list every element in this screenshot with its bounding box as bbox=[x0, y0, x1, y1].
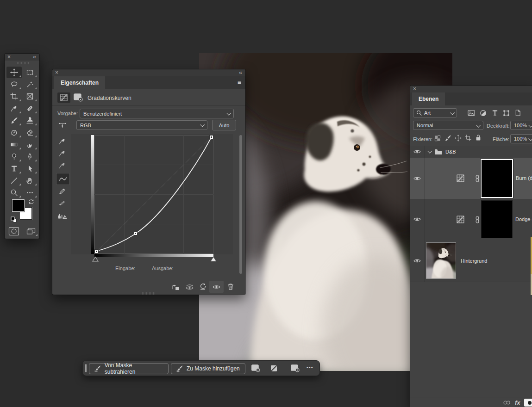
tool-quick-selection[interactable] bbox=[22, 79, 38, 90]
shadow-input-slider[interactable] bbox=[92, 256, 99, 262]
mask-link-icon[interactable] bbox=[475, 175, 480, 182]
fill-input[interactable]: 100% bbox=[510, 134, 532, 143]
smooth-curve-icon[interactable] bbox=[58, 199, 66, 207]
tool-lasso[interactable] bbox=[6, 79, 22, 90]
tool-gradient[interactable] bbox=[6, 139, 22, 150]
layer-thumbnail[interactable] bbox=[426, 242, 456, 279]
filter-pixel-layers-icon[interactable] bbox=[468, 110, 475, 116]
filter-smart-objects-icon[interactable] bbox=[515, 109, 521, 117]
tool-brush[interactable] bbox=[6, 115, 22, 126]
frame-icon bbox=[26, 92, 34, 100]
lock-transparency-icon[interactable] bbox=[434, 135, 441, 142]
disable-mask-icon[interactable] bbox=[270, 364, 278, 372]
mask-overlay-icon[interactable] bbox=[251, 364, 261, 372]
opacity-input[interactable]: 100% bbox=[510, 121, 532, 130]
lock-all-icon[interactable] bbox=[475, 134, 482, 141]
collapse-icon[interactable]: « bbox=[239, 69, 242, 76]
tool-rectangular-marquee[interactable] bbox=[22, 67, 38, 78]
add-mask-button[interactable] bbox=[524, 399, 532, 407]
layer-row-burn[interactable]: Burn (d bbox=[410, 158, 532, 199]
blend-mode-select[interactable]: Normal bbox=[413, 121, 483, 130]
screen-mode-button[interactable] bbox=[23, 226, 38, 237]
layer-style-button[interactable]: fx bbox=[515, 399, 520, 406]
layers-header[interactable]: × bbox=[410, 86, 532, 92]
foreground-color-swatch[interactable] bbox=[12, 199, 25, 212]
close-icon[interactable]: × bbox=[7, 54, 11, 61]
tool-eyedropper[interactable] bbox=[6, 103, 22, 114]
tool-path-selection[interactable] bbox=[22, 163, 38, 174]
tool-more-tools[interactable] bbox=[22, 187, 38, 198]
swap-colors-icon[interactable] bbox=[28, 198, 35, 205]
mask-properties-icon[interactable] bbox=[73, 93, 83, 102]
tool-history-brush[interactable] bbox=[6, 127, 22, 138]
more-options-icon[interactable]: ••• bbox=[307, 364, 313, 370]
task-bar-grip[interactable] bbox=[85, 364, 87, 372]
clip-to-layer-icon[interactable] bbox=[171, 283, 180, 291]
tool-move[interactable] bbox=[6, 67, 22, 78]
filter-adjustment-layers-icon[interactable] bbox=[480, 110, 487, 117]
panel-menu-icon[interactable]: ≡ bbox=[238, 79, 241, 86]
panel-resize-grip[interactable] bbox=[142, 292, 155, 295]
gray-point-eyedropper[interactable] bbox=[58, 149, 66, 157]
tab-ebenen[interactable]: Ebenen bbox=[412, 92, 445, 105]
layer-mask-thumbnail[interactable] bbox=[481, 159, 513, 198]
auto-button[interactable]: Auto bbox=[212, 120, 236, 130]
channel-select[interactable]: RGB bbox=[76, 120, 207, 130]
layer-row-hintergrund[interactable]: Hintergrund bbox=[410, 240, 532, 282]
visibility-toggle[interactable] bbox=[410, 158, 425, 199]
close-icon[interactable]: × bbox=[55, 69, 58, 76]
layer-group-row[interactable]: D&B bbox=[410, 146, 532, 158]
link-layers-icon[interactable] bbox=[503, 400, 511, 406]
visibility-toggle[interactable] bbox=[410, 146, 425, 158]
subtract-from-mask-button[interactable]: Von Maske subtrahieren bbox=[89, 363, 169, 374]
tab-eigenschaften[interactable]: Eigenschaften bbox=[54, 76, 105, 89]
tool-hand[interactable] bbox=[22, 175, 38, 186]
toggle-visibility-button[interactable] bbox=[209, 281, 224, 293]
visibility-toggle[interactable] bbox=[410, 199, 425, 240]
mask-link-icon[interactable] bbox=[475, 216, 480, 223]
targeted-adjustment-icon[interactable] bbox=[58, 121, 67, 129]
layer-row-dodge[interactable]: Dodge ( bbox=[410, 199, 532, 240]
quick-mask-button[interactable] bbox=[8, 227, 19, 236]
collapse-icon[interactable]: « bbox=[33, 54, 36, 60]
tool-healing-brush[interactable] bbox=[22, 103, 38, 114]
reset-adjustment-icon[interactable] bbox=[199, 283, 207, 291]
tool-pen[interactable] bbox=[22, 151, 38, 162]
visibility-toggle[interactable] bbox=[410, 240, 425, 282]
chevron-down-icon[interactable] bbox=[427, 149, 432, 154]
tool-eraser[interactable] bbox=[22, 127, 38, 138]
scrollbar[interactable] bbox=[239, 135, 242, 274]
curve-grid[interactable] bbox=[94, 135, 213, 254]
filter-type-layers-icon[interactable] bbox=[492, 110, 498, 116]
tool-clone-stamp[interactable] bbox=[22, 115, 38, 126]
filter-type-select[interactable]: Art bbox=[413, 108, 457, 117]
mask-options-icon[interactable] bbox=[290, 364, 300, 372]
add-to-mask-button[interactable]: Zu Maske hinzufügen bbox=[171, 363, 245, 374]
tool-smudge[interactable] bbox=[22, 139, 38, 150]
highlight-input-slider[interactable] bbox=[210, 256, 217, 262]
close-icon[interactable]: × bbox=[413, 86, 416, 92]
delete-adjustment-icon[interactable] bbox=[226, 283, 235, 291]
black-point-eyedropper[interactable] bbox=[58, 137, 66, 145]
tool-dodge[interactable] bbox=[6, 151, 22, 162]
tool-frame[interactable] bbox=[22, 91, 38, 102]
filter-shape-layers-icon[interactable] bbox=[503, 110, 510, 117]
lock-artboard-icon[interactable] bbox=[465, 135, 471, 141]
properties-header[interactable]: × « bbox=[52, 69, 245, 76]
default-colors-icon[interactable] bbox=[10, 216, 17, 223]
toolbar-header[interactable]: × « bbox=[5, 54, 39, 61]
lock-position-icon[interactable] bbox=[455, 135, 462, 142]
tool-zoom[interactable] bbox=[6, 187, 22, 198]
draw-curve-pencil[interactable] bbox=[58, 187, 66, 195]
view-previous-state-icon[interactable] bbox=[185, 284, 194, 290]
histogram-warning-icon[interactable] bbox=[57, 212, 67, 219]
tool-crop[interactable] bbox=[6, 91, 22, 102]
tool-type[interactable] bbox=[6, 163, 22, 174]
white-point-eyedropper[interactable] bbox=[58, 161, 66, 169]
edit-points-button[interactable] bbox=[56, 173, 70, 185]
preset-select[interactable]: Benutzerdefiniert bbox=[80, 109, 234, 118]
layer-mask-thumbnail[interactable] bbox=[482, 201, 512, 238]
lock-pixels-icon[interactable] bbox=[444, 135, 451, 142]
toolbar-grip[interactable] bbox=[16, 62, 29, 64]
tool-line[interactable] bbox=[6, 175, 22, 186]
